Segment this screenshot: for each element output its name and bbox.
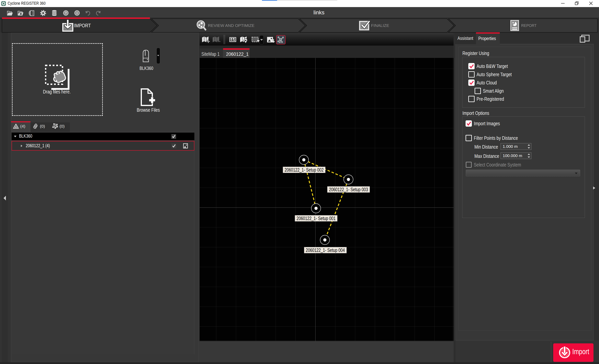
svg-text:i: i [77,11,78,15]
svg-text:?: ? [65,11,67,15]
